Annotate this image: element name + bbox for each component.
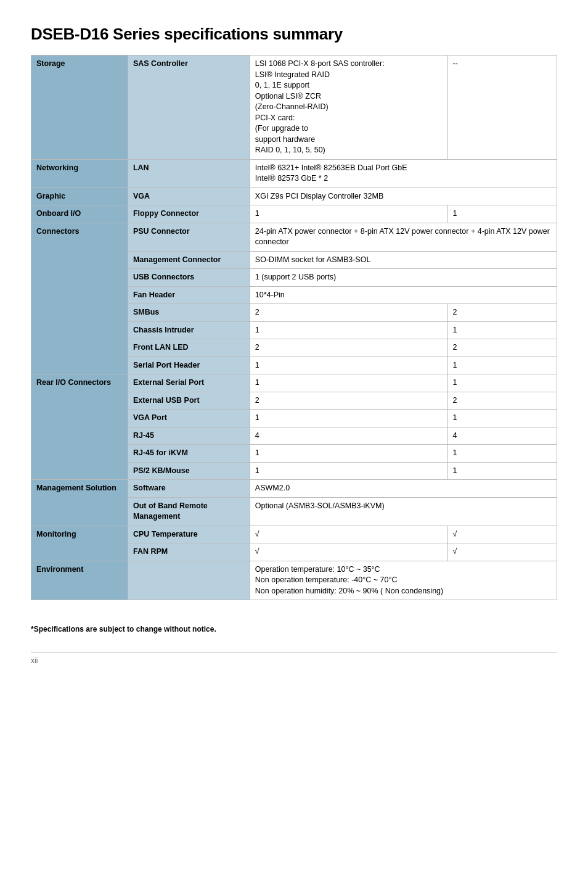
value1-cell: 2	[250, 392, 447, 410]
value2-cell: 1	[447, 357, 557, 374]
subcategory-cell: SAS Controller	[128, 56, 250, 160]
category-cell: Management Solution	[31, 480, 128, 526]
value2-cell: √	[447, 526, 557, 543]
subcategory-cell: PSU Connector	[128, 223, 250, 251]
specs-table: StorageSAS ControllerLSI 1068 PCI-X 8-po…	[31, 55, 557, 600]
value2-cell: 1	[447, 205, 557, 223]
value1-cell: 2	[250, 304, 447, 322]
subcategory-cell: Out of Band Remote Management	[128, 497, 250, 526]
subcategory-cell: Serial Port Header	[128, 357, 250, 374]
category-cell: Rear I/O Connectors	[31, 374, 128, 480]
value1-cell: 1	[250, 445, 447, 463]
subcategory-cell: PS/2 KB/Mouse	[128, 462, 250, 480]
subcategory-cell: SMBus	[128, 304, 250, 322]
value1-cell: 4	[250, 427, 447, 445]
subcategory-cell: Floppy Connector	[128, 205, 250, 223]
value-cell: Intel® 6321+ Intel® 82563EB Dual Port Gb…	[250, 159, 557, 188]
category-cell: Connectors	[31, 223, 128, 374]
value2-cell: 1	[447, 321, 557, 339]
subcategory-cell: Management Connector	[128, 251, 250, 269]
subcategory-cell: VGA Port	[128, 410, 250, 427]
value1-cell: 1	[250, 321, 447, 339]
value2-cell: 1	[447, 445, 557, 463]
subcategory-cell: RJ-45	[128, 427, 250, 445]
subcategory-cell: External Serial Port	[128, 374, 250, 392]
subcategory-cell: Fan Header	[128, 286, 250, 304]
value-cell: 10*4-Pin	[250, 286, 557, 304]
value2-cell: 2	[447, 339, 557, 357]
footnote: *Specifications are subject to change wi…	[31, 625, 557, 633]
category-cell: Environment	[31, 561, 128, 600]
value1-cell: 1	[250, 410, 447, 427]
subcategory-cell: FAN RPM	[128, 543, 250, 561]
value2-cell: √	[447, 543, 557, 561]
value1-cell: 1	[250, 462, 447, 480]
value2-cell: 1	[447, 410, 557, 427]
value1-cell: √	[250, 543, 447, 561]
value2-cell: 1	[447, 374, 557, 392]
category-cell: Onboard I/O	[31, 205, 128, 223]
subcategory-cell	[128, 561, 250, 600]
category-cell: Storage	[31, 56, 128, 160]
subcategory-cell: LAN	[128, 159, 250, 188]
value-cell: XGI Z9s PCI Display Controller 32MB	[250, 188, 557, 205]
value2-cell: 2	[447, 392, 557, 410]
value1-cell: LSI 1068 PCI-X 8-port SAS controller:LSI…	[250, 56, 447, 160]
value2-cell: 4	[447, 427, 557, 445]
value1-cell: 1	[250, 357, 447, 374]
subcategory-cell: RJ-45 for iKVM	[128, 445, 250, 463]
value-cell: Optional (ASMB3-SOL/ASMB3-iKVM)	[250, 497, 557, 526]
value2-cell: 1	[447, 462, 557, 480]
subcategory-cell: USB Connectors	[128, 269, 250, 287]
subcategory-cell: Software	[128, 480, 250, 498]
value1-cell: √	[250, 526, 447, 543]
page-title: DSEB-D16 Series specifications summary	[31, 25, 557, 44]
category-cell: Graphic	[31, 188, 128, 205]
value1-cell: 2	[250, 339, 447, 357]
value-cell: SO-DIMM socket for ASMB3-SOL	[250, 251, 557, 269]
value-cell: 24-pin ATX power connector + 8-pin ATX 1…	[250, 223, 557, 251]
value-cell: 1 (support 2 USB ports)	[250, 269, 557, 287]
subcategory-cell: Chassis Intruder	[128, 321, 250, 339]
value2-cell: --	[447, 56, 557, 160]
value1-cell: 1	[250, 205, 447, 223]
subcategory-cell: Front LAN LED	[128, 339, 250, 357]
value-cell: ASWM2.0	[250, 480, 557, 498]
value-cell: Operation temperature: 10°C ~ 35°CNon op…	[250, 561, 557, 600]
category-cell: Networking	[31, 159, 128, 188]
value1-cell: 1	[250, 374, 447, 392]
category-cell: Monitoring	[31, 526, 128, 561]
subcategory-cell: VGA	[128, 188, 250, 205]
subcategory-cell: External USB Port	[128, 392, 250, 410]
page-number: xii	[31, 652, 557, 665]
value2-cell: 2	[447, 304, 557, 322]
subcategory-cell: CPU Temperature	[128, 526, 250, 543]
